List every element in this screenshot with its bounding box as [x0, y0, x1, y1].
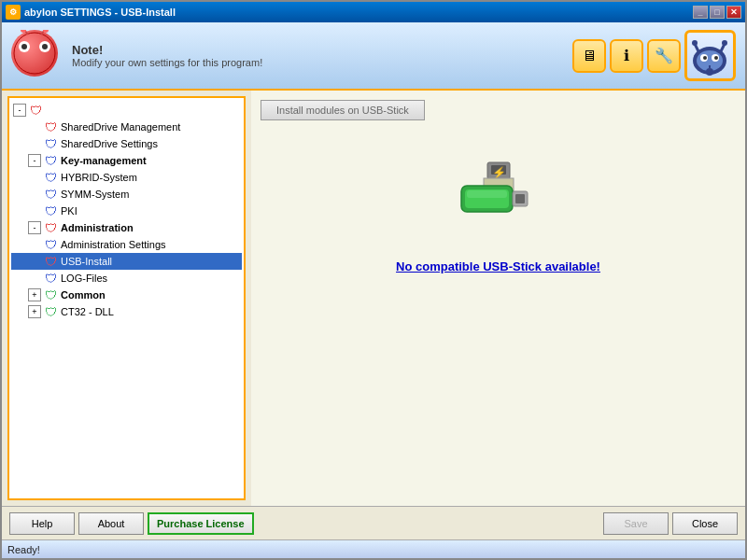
- tree-item-ct32[interactable]: + 🛡 CT32 - DLL: [11, 303, 242, 320]
- statusbar: Ready!: [2, 539, 745, 558]
- log-files-label: LOG-Files: [61, 273, 107, 284]
- ct32-icon: 🛡: [43, 304, 58, 319]
- header-text: Note! Modify your own settings for this …: [72, 43, 572, 68]
- tree-item-shared-drive-mgmt[interactable]: 🛡 SharedDrive Management: [11, 119, 242, 135]
- svg-point-13: [692, 40, 698, 46]
- footer-toolbar: Help About Purchase License Save Close: [2, 506, 745, 539]
- usb-install-icon: 🛡: [43, 254, 58, 269]
- close-button[interactable]: Close: [672, 512, 738, 535]
- support-icon-button[interactable]: 🔧: [647, 39, 681, 73]
- svg-point-14: [722, 40, 727, 46]
- tree-item-key-management[interactable]: - 🛡 Key-management: [11, 152, 242, 169]
- titlebar-title: abylon SETTINGS - USB-Install: [24, 7, 693, 18]
- right-panel: Install modules on USB-Stick ⚡: [251, 91, 745, 506]
- close-window-button[interactable]: ✕: [726, 6, 741, 19]
- common-icon: 🛡: [43, 287, 58, 302]
- tree-item-symm[interactable]: 🛡 SYMM-System: [11, 186, 242, 203]
- admin-icon: 🛡: [43, 220, 58, 235]
- tree-item-pki[interactable]: 🛡 PKI: [11, 203, 242, 219]
- titlebar-buttons: _ □ ✕: [693, 6, 741, 19]
- ct32-label: CT32 - DLL: [61, 306, 114, 317]
- tree-item-log-files[interactable]: 🛡 LOG-Files: [11, 270, 242, 287]
- usb-install-label: USB-Install: [61, 256, 112, 267]
- pki-label: PKI: [61, 205, 78, 217]
- log-files-icon: 🛡: [43, 271, 58, 286]
- usb-illustration: ⚡: [452, 158, 545, 245]
- mascot-body: [11, 30, 58, 77]
- tree-item-administration[interactable]: - 🛡 Administration: [11, 219, 242, 236]
- minimize-button[interactable]: _: [693, 6, 708, 19]
- titlebar-icon: ⚙: [6, 5, 21, 20]
- hybrid-label: HYBRID-System: [61, 172, 137, 183]
- svg-text:⚡: ⚡: [491, 165, 505, 179]
- admin-expander[interactable]: -: [28, 221, 41, 234]
- about-button[interactable]: About: [78, 512, 144, 535]
- tree-item-shared-drive-settings[interactable]: 🛡 SharedDrive Settings: [11, 135, 242, 152]
- svg-rect-23: [467, 190, 507, 198]
- no-usb-message: No compatible USB-Stick available!: [396, 259, 600, 273]
- symm-icon: 🛡: [43, 187, 58, 202]
- usb-svg: ⚡: [452, 158, 545, 242]
- header: Note! Modify your own settings for this …: [2, 22, 745, 91]
- svg-rect-25: [515, 194, 525, 203]
- status-text: Ready!: [7, 544, 40, 555]
- svg-point-9: [703, 56, 707, 60]
- mascot-stethoscope: [689, 35, 731, 77]
- header-toolbar: 🖥 ℹ 🔧: [572, 30, 736, 81]
- key-mgmt-label: Key-management: [61, 155, 147, 166]
- main-window: ⚙ abylon SETTINGS - USB-Install _ □ ✕: [0, 0, 747, 560]
- tree-item-admin-settings[interactable]: 🛡 Administration Settings: [11, 236, 242, 253]
- hybrid-icon: 🛡: [43, 170, 58, 185]
- info-icon-button[interactable]: ℹ: [610, 39, 643, 73]
- common-expander[interactable]: +: [28, 288, 41, 301]
- tree-sidebar[interactable]: - 🛡 🛡 SharedDrive Management 🛡 SharedDri…: [7, 96, 246, 500]
- shared-drive-mgmt-icon: 🛡: [43, 119, 58, 134]
- header-note: Note!: [72, 43, 572, 57]
- common-label: Common: [61, 289, 106, 301]
- shared-drive-mgmt-label: SharedDrive Management: [61, 121, 180, 133]
- header-description: Modify your own settings for this progra…: [72, 57, 572, 68]
- usb-visual-area: ⚡ No compatible USB-Stick available!: [261, 158, 736, 273]
- tree-item-common[interactable]: + 🛡 Common: [11, 287, 242, 303]
- key-mgmt-expander[interactable]: -: [28, 154, 41, 167]
- maximize-button[interactable]: □: [710, 6, 725, 19]
- monitor-icon-button[interactable]: 🖥: [572, 39, 606, 73]
- symm-label: SYMM-System: [61, 189, 129, 200]
- help-button[interactable]: Help: [9, 512, 75, 535]
- titlebar: ⚙ abylon SETTINGS - USB-Install _ □ ✕: [2, 2, 745, 22]
- tree-item-root[interactable]: - 🛡: [11, 102, 242, 119]
- admin-settings-icon: 🛡: [43, 237, 58, 252]
- mascot-svg: [11, 30, 58, 77]
- root-icon: 🛡: [28, 103, 43, 118]
- svg-point-10: [714, 56, 718, 60]
- mascot-left: [11, 30, 63, 81]
- shared-drive-settings-icon: 🛡: [43, 136, 58, 151]
- mascot-right: [684, 30, 736, 81]
- save-button[interactable]: Save: [603, 512, 669, 535]
- admin-settings-label: Administration Settings: [61, 239, 166, 250]
- admin-label: Administration: [61, 222, 134, 233]
- main-content: - 🛡 🛡 SharedDrive Management 🛡 SharedDri…: [2, 91, 745, 506]
- install-usb-button[interactable]: Install modules on USB-Stick: [261, 100, 425, 120]
- svg-point-15: [706, 68, 713, 76]
- ct32-expander[interactable]: +: [28, 305, 41, 318]
- root-expander[interactable]: -: [13, 104, 26, 117]
- shared-drive-settings-label: SharedDrive Settings: [61, 138, 158, 149]
- pki-icon: 🛡: [43, 203, 58, 218]
- tree-item-hybrid[interactable]: 🛡 HYBRID-System: [11, 169, 242, 186]
- purchase-license-button[interactable]: Purchase License: [148, 512, 254, 535]
- svg-point-0: [14, 33, 55, 74]
- key-mgmt-icon: 🛡: [43, 153, 58, 168]
- tree-item-usb-install[interactable]: 🛡 USB-Install: [11, 253, 242, 270]
